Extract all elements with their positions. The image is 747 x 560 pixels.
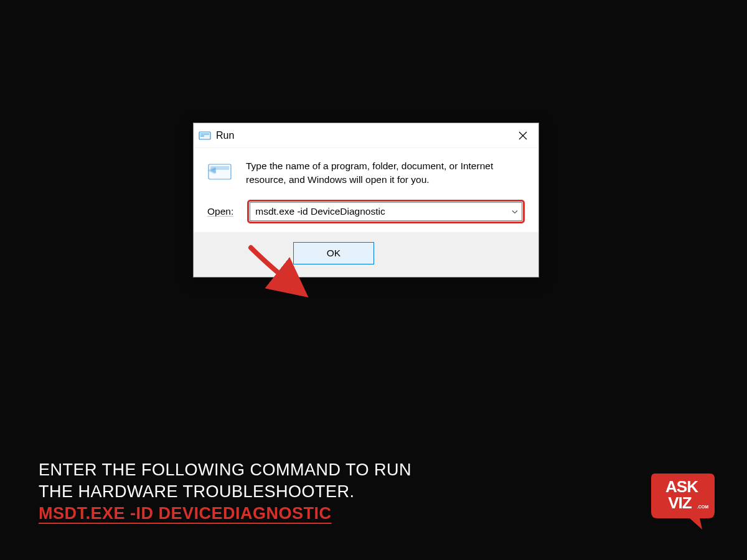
caption-line-1: ENTER THE FOLLOWING COMMAND TO RUN <box>39 459 411 481</box>
dialog-title: Run <box>216 130 509 141</box>
caption-line-2: THE HARDWARE TROUBLESHOOTER. <box>39 481 411 503</box>
open-combobox[interactable] <box>250 202 522 221</box>
close-button[interactable] <box>509 124 537 147</box>
caption-command: MSDT.EXE -ID DEVICEDIAGNOSTIC <box>39 503 411 525</box>
open-field-highlight <box>247 200 525 223</box>
ok-button[interactable]: OK <box>293 242 374 264</box>
dialog-description: Type the name of a program, folder, docu… <box>246 159 525 186</box>
svg-text:.COM: .COM <box>697 505 708 509</box>
ok-button-label: OK <box>327 248 341 259</box>
askviz-logo: ASK VIZ .COM <box>649 470 717 532</box>
chevron-down-icon[interactable] <box>512 208 518 215</box>
titlebar: Run <box>194 123 538 148</box>
open-label: Open: <box>207 206 233 217</box>
svg-rect-2 <box>200 136 204 136</box>
svg-text:VIZ: VIZ <box>668 493 692 512</box>
run-program-icon <box>207 161 235 183</box>
svg-rect-1 <box>200 133 209 135</box>
open-input[interactable] <box>255 206 507 217</box>
run-dialog-icon <box>199 129 211 142</box>
dialog-body: Type the name of a program, folder, docu… <box>194 148 538 232</box>
dialog-button-row: OK <box>194 232 538 277</box>
instruction-caption: ENTER THE FOLLOWING COMMAND TO RUN THE H… <box>39 459 411 525</box>
run-dialog: Run Type the name of a program, folder, … <box>193 123 539 278</box>
